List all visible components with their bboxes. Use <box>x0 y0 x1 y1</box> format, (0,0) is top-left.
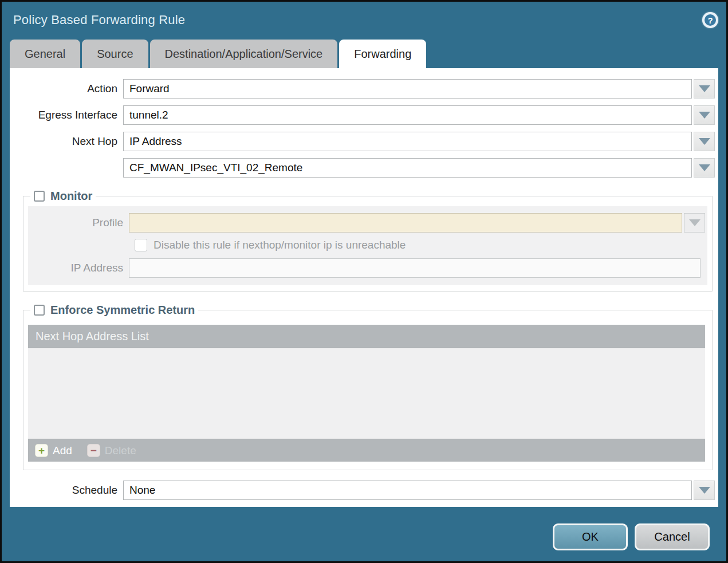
chevron-down-icon <box>699 112 710 119</box>
enforce-symmetric-return-checkbox[interactable] <box>34 305 45 316</box>
plus-icon: + <box>35 444 48 457</box>
profile-row: Profile <box>28 213 705 233</box>
tab-bar: General Source Destination/Application/S… <box>2 38 726 68</box>
dialog-title: Policy Based Forwarding Rule <box>13 13 185 27</box>
next-hop-type-input[interactable] <box>123 132 692 151</box>
tab-destination-application-service[interactable]: Destination/Application/Service <box>150 40 338 68</box>
schedule-row: Schedule <box>10 481 715 500</box>
enforce-symmetric-return-legend: Enforce Symmetric Return <box>30 304 198 317</box>
ok-button[interactable]: OK <box>553 523 628 550</box>
title-bar: Policy Based Forwarding Rule ? <box>2 2 726 38</box>
action-dropdown-button[interactable] <box>694 79 715 99</box>
tab-general[interactable]: General <box>10 40 80 68</box>
next-hop-label: Next Hop <box>10 135 123 148</box>
monitor-section: Monitor Profile Disable this rule if nex… <box>23 190 713 292</box>
add-button[interactable]: + Add <box>35 444 72 457</box>
profile-input <box>129 213 682 233</box>
egress-interface-dropdown-button[interactable] <box>694 105 715 125</box>
monitor-legend: Monitor <box>30 190 96 203</box>
disable-rule-label: Disable this rule if nexthop/monitor ip … <box>154 239 406 251</box>
next-hop-row: Next Hop <box>10 132 715 151</box>
schedule-input[interactable] <box>123 481 692 500</box>
next-hop-address-row <box>10 158 715 178</box>
chevron-down-icon <box>699 138 710 145</box>
monitor-checkbox[interactable] <box>34 191 45 202</box>
add-button-label: Add <box>53 444 72 457</box>
chevron-down-icon <box>699 164 710 171</box>
table-header-label: Next Hop Address List <box>36 330 149 343</box>
tab-forwarding[interactable]: Forwarding <box>339 40 426 68</box>
next-hop-dropdown-button[interactable] <box>694 132 715 151</box>
chevron-down-icon <box>699 487 710 494</box>
delete-button-label: Delete <box>105 444 136 457</box>
profile-dropdown-button <box>684 213 705 233</box>
monitor-ip-address-row: IP Address <box>28 258 705 278</box>
disable-rule-checkbox <box>135 239 147 251</box>
monitor-legend-label: Monitor <box>50 190 92 203</box>
action-input[interactable] <box>123 79 692 99</box>
dialog-footer: OK Cancel <box>2 507 726 561</box>
dialog-window: Policy Based Forwarding Rule ? General S… <box>0 0 728 563</box>
table-body-empty[interactable] <box>28 348 705 439</box>
enforce-symmetric-return-section: Enforce Symmetric Return Next Hop Addres… <box>23 304 713 470</box>
disable-rule-row: Disable this rule if nexthop/monitor ip … <box>135 239 705 251</box>
action-row: Action <box>10 79 715 99</box>
schedule-dropdown-button[interactable] <box>694 481 715 500</box>
profile-label: Profile <box>28 216 129 229</box>
enforce-symmetric-return-legend-label: Enforce Symmetric Return <box>50 304 195 317</box>
table-footer: + Add − Delete <box>28 439 705 462</box>
monitor-ip-address-label: IP Address <box>28 262 129 274</box>
next-hop-address-dropdown-button[interactable] <box>694 158 715 178</box>
delete-button: − Delete <box>87 444 136 457</box>
table-header: Next Hop Address List <box>28 325 705 348</box>
cancel-button[interactable]: Cancel <box>635 523 710 550</box>
tab-source[interactable]: Source <box>82 40 148 68</box>
next-hop-address-list-table: Next Hop Address List + Add − Delete <box>28 325 705 462</box>
chevron-down-icon <box>689 219 701 226</box>
schedule-label: Schedule <box>10 484 123 497</box>
monitor-panel: Profile Disable this rule if nexthop/mon… <box>28 206 707 285</box>
egress-interface-label: Egress Interface <box>10 109 123 121</box>
minus-icon: − <box>87 444 100 457</box>
help-icon: ? <box>705 14 716 26</box>
next-hop-address-input[interactable] <box>123 158 692 178</box>
action-label: Action <box>10 82 123 95</box>
help-button[interactable]: ? <box>702 12 718 28</box>
chevron-down-icon <box>699 85 710 92</box>
monitor-ip-address-input <box>129 258 701 278</box>
forwarding-tab-panel: Action Egress Interface Next Hop <box>10 68 718 507</box>
egress-interface-row: Egress Interface <box>10 105 715 125</box>
egress-interface-input[interactable] <box>123 105 692 125</box>
